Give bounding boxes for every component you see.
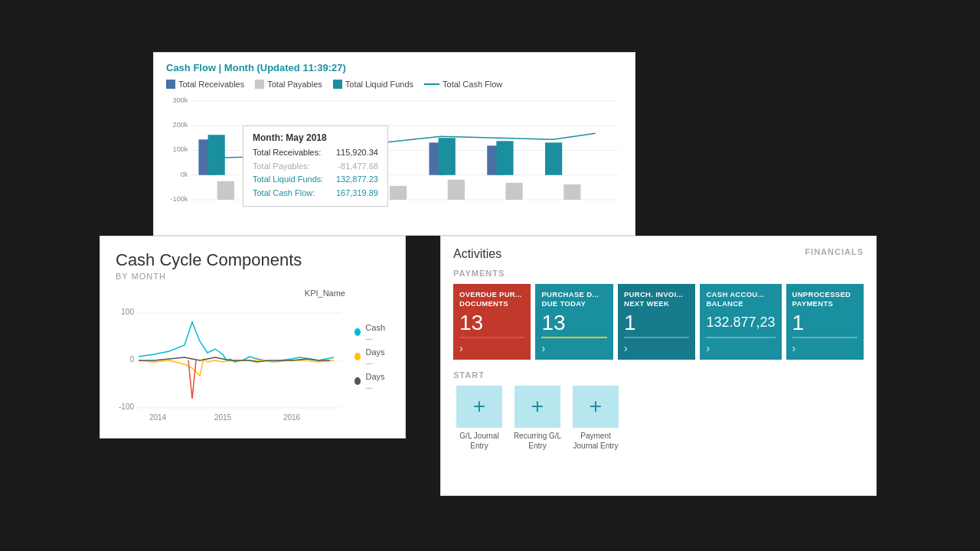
legend-days2: Days ... <box>354 372 390 390</box>
kpi-overdue-label: OVERDUE PUR...DOCUMENTS <box>459 290 524 309</box>
svg-text:2014: 2014 <box>149 413 167 422</box>
balance-arrow: › <box>706 342 710 354</box>
start-card-gl: + G/L Journal Entry <box>453 386 505 451</box>
recurring-plus-icon: + <box>531 394 544 419</box>
chart-legend: Total Receivables Total Payables Total L… <box>166 80 622 89</box>
payments-label: PAYMENTS <box>453 269 864 278</box>
kpi-invoice-value: 1 <box>624 312 689 334</box>
svg-text:-100k: -100k <box>171 195 188 203</box>
kpi-card-purchase-due[interactable]: PURCHASE D...DUE TODAY 13 › <box>535 284 612 360</box>
activities-panel: Activities FINANCIALS PAYMENTS OVERDUE P… <box>440 236 877 496</box>
kpi-name-label: KPI_Name <box>116 289 345 298</box>
legend-days1: Days ... <box>354 347 390 366</box>
tooltip-payables: Total Payables: -81,477.68 <box>253 160 378 174</box>
cash-dot <box>354 328 361 336</box>
legend-liquid: Total Liquid Funds <box>333 80 413 89</box>
tooltip-receivables: Total Receivables: 115,920.34 <box>253 146 378 160</box>
kpi-unprocessed-label: UNPROCESSED PAYMENTS <box>792 290 858 309</box>
legend-receivables-label: Total Receivables <box>178 80 244 89</box>
days2-dot <box>354 377 361 385</box>
activities-title: Activities <box>453 247 864 261</box>
tooltip-liquid: Total Liquid Funds: 132,877.23 <box>253 173 378 187</box>
days1-legend-label: Days ... <box>365 347 390 366</box>
kpi-balance-value: 132.877,23 <box>706 315 775 331</box>
kpi-invoice-label: PURCH. INVOI...NEXT WEEK <box>624 290 689 309</box>
kpi-unprocessed-value: 1 <box>792 312 858 334</box>
overdue-arrow: › <box>459 342 463 354</box>
tooltip-title: Month: May 2018 <box>253 132 378 143</box>
payment-journal-label: Payment Journal Entry <box>570 431 622 451</box>
kpi-card-unprocessed[interactable]: UNPROCESSED PAYMENTS 1 › <box>786 284 864 360</box>
svg-rect-26 <box>496 141 513 174</box>
kpi-overdue-footer: › <box>459 337 524 355</box>
chart-tooltip: Month: May 2018 Total Receivables: 115,9… <box>243 126 388 207</box>
kpi-card-overdue[interactable]: OVERDUE PUR...DOCUMENTS 13 › <box>453 284 531 360</box>
cash-flow-panel: Cash Flow | Month (Updated 11:39:27) Tot… <box>153 52 635 236</box>
recurring-gl-label: Recurring G/L Entry <box>511 431 564 451</box>
chart-svg: 300k 200k 100k 0k -100k <box>166 93 622 223</box>
unprocessed-arrow: › <box>792 342 796 354</box>
svg-text:100k: 100k <box>173 145 188 153</box>
svg-text:-100: -100 <box>119 403 134 411</box>
payment-plus-icon: + <box>590 394 602 419</box>
svg-text:0: 0 <box>129 355 134 364</box>
cycle-title: Cash Cycle Components <box>116 250 390 270</box>
svg-rect-28 <box>564 184 580 200</box>
cash-legend-label: Cash ... <box>365 323 390 341</box>
svg-text:100: 100 <box>121 308 134 316</box>
legend-payables: Total Payables <box>255 80 322 89</box>
kpi-card-invoice[interactable]: PURCH. INVOI...NEXT WEEK 1 › <box>618 284 695 360</box>
kpi-balance-footer: › <box>706 337 775 355</box>
kpi-purchase-value: 13 <box>541 312 606 334</box>
cycle-chart-area: KPI_Name 100 0 -100 2014 <box>116 289 390 425</box>
chart-area: 300k 200k 100k 0k -100k <box>166 93 622 223</box>
start-card-payment: + Payment Journal Entry <box>570 386 622 451</box>
kpi-balance-label: CASH ACCOU...BALANCE <box>706 290 775 309</box>
kpi-purchase-footer: › <box>541 337 606 355</box>
legend-receivables: Total Receivables <box>166 80 244 89</box>
svg-rect-25 <box>505 183 522 200</box>
svg-rect-20 <box>390 186 407 200</box>
cycle-legend: Cash ... Days ... Days ... <box>354 289 390 425</box>
tooltip-cashflow: Total Cash Flow: 167,319.89 <box>253 187 378 201</box>
legend-cashflow-line <box>424 83 439 85</box>
invoice-arrow: › <box>624 342 628 354</box>
legend-cashflow-label: Total Cash Flow <box>443 80 502 89</box>
payment-journal-button[interactable]: + <box>573 386 619 428</box>
kpi-invoice-footer: › <box>624 337 689 355</box>
svg-text:0k: 0k <box>181 171 188 178</box>
gl-plus-icon: + <box>473 394 485 419</box>
svg-rect-12 <box>208 135 225 175</box>
legend-cash: Cash ... <box>354 323 390 341</box>
legend-payables-label: Total Payables <box>267 80 322 89</box>
cycle-svg-wrap: KPI_Name 100 0 -100 2014 <box>116 289 345 425</box>
kpi-card-balance[interactable]: CASH ACCOU...BALANCE 132.877,23 › <box>700 284 781 360</box>
start-label: START <box>453 370 864 380</box>
svg-text:300k: 300k <box>173 96 188 104</box>
kpi-unprocessed-footer: › <box>792 337 858 355</box>
kpi-overdue-value: 13 <box>459 312 524 334</box>
legend-liquid-label: Total Liquid Funds <box>345 80 413 89</box>
recurring-gl-button[interactable]: + <box>514 386 560 428</box>
svg-text:2015: 2015 <box>214 413 232 422</box>
gl-journal-button[interactable]: + <box>456 386 502 428</box>
cash-cycle-panel: Cash Cycle Components BY MONTH KPI_Name … <box>100 236 406 439</box>
days1-dot <box>354 353 361 360</box>
svg-rect-11 <box>217 181 234 200</box>
cash-flow-title: Cash Flow | Month (Updated 11:39:27) <box>166 62 622 73</box>
svg-rect-27 <box>545 142 562 174</box>
kpi-cards: OVERDUE PUR...DOCUMENTS 13 › PURCHASE D.… <box>453 284 864 360</box>
gl-journal-label: G/L Journal Entry <box>453 431 505 451</box>
cycle-subtitle: BY MONTH <box>116 272 390 281</box>
start-card-recurring: + Recurring G/L Entry <box>511 386 564 451</box>
purchase-arrow: › <box>541 342 545 354</box>
legend-receivables-box <box>166 80 175 89</box>
svg-rect-22 <box>448 180 465 200</box>
days2-legend-label: Days ... <box>365 372 390 390</box>
cycle-chart-svg: 100 0 -100 2014 2015 2016 <box>116 299 345 422</box>
start-cards: + G/L Journal Entry + Recurring G/L Entr… <box>453 386 864 451</box>
svg-rect-23 <box>439 138 456 174</box>
svg-text:200k: 200k <box>173 121 188 129</box>
legend-cashflow: Total Cash Flow <box>424 80 502 89</box>
financials-label: FINANCIALS <box>805 247 864 256</box>
